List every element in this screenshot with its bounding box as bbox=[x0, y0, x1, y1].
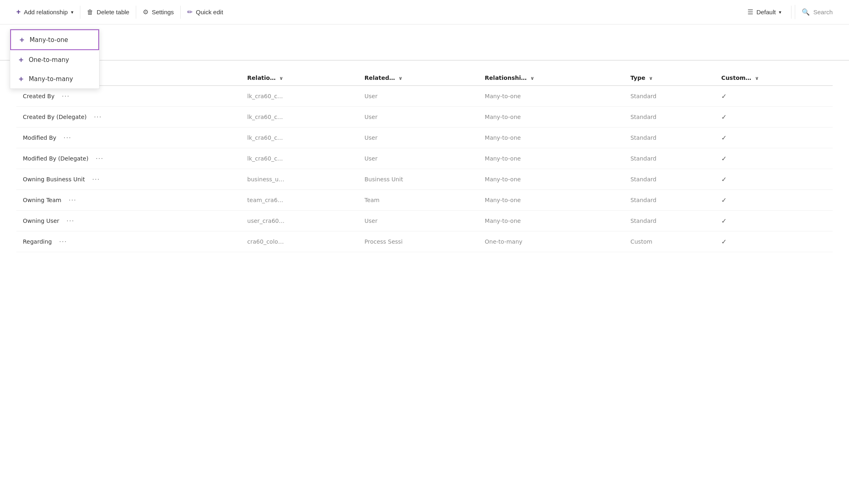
cell-display-name: Owning User··· bbox=[16, 211, 241, 231]
table-row: Modified By···lk_cra60_c…UserMany-to-one… bbox=[16, 128, 833, 148]
checkmark-icon: ✓ bbox=[721, 92, 727, 100]
display-name-value: Owning User bbox=[23, 218, 59, 224]
cell-type: Standard bbox=[624, 190, 715, 211]
col-relationship-chevron: ∨ bbox=[530, 75, 534, 81]
checkmark-icon: ✓ bbox=[721, 134, 727, 142]
relationships-table: Display name ↑ ∨ Relatio… ∨ Related… ∨ R… bbox=[16, 70, 833, 252]
cell-display-name: Owning Team··· bbox=[16, 190, 241, 210]
row-options-button[interactable]: ··· bbox=[57, 237, 69, 246]
cell-relationship: Many-to-one bbox=[478, 107, 624, 128]
many-to-many-item[interactable]: + Many-to-many bbox=[10, 69, 99, 88]
one-to-many-item[interactable]: + One-to-many bbox=[10, 50, 99, 69]
cell-display-name: Created By··· bbox=[16, 86, 241, 106]
row-options-button[interactable]: ··· bbox=[90, 175, 102, 184]
row-options-button[interactable]: ··· bbox=[60, 92, 72, 101]
cell-type: Standard bbox=[624, 169, 715, 190]
trash-icon: 🗑 bbox=[87, 9, 93, 16]
row-options-button[interactable]: ··· bbox=[64, 216, 77, 225]
many-to-one-item[interactable]: + Many-to-one bbox=[10, 29, 99, 50]
cell-related: Process Sessi bbox=[358, 231, 478, 252]
cell-relation: business_u… bbox=[241, 169, 358, 190]
add-relationship-button[interactable]: + Add relationship ▾ bbox=[10, 4, 80, 20]
cell-display-name: Created By (Delegate)··· bbox=[16, 107, 241, 127]
tab-bar: …os Views bbox=[0, 44, 849, 61]
quick-edit-label: Quick edit bbox=[196, 9, 223, 15]
delete-table-button[interactable]: 🗑 Delete table bbox=[80, 5, 136, 19]
cell-related: User bbox=[358, 148, 478, 169]
page-header: …es › Color bbox=[0, 24, 849, 43]
checkmark-icon: ✓ bbox=[721, 155, 727, 163]
cell-relationship: Many-to-one bbox=[478, 211, 624, 231]
cell-type: Standard bbox=[624, 128, 715, 148]
cell-custom: ✓ bbox=[715, 86, 833, 107]
cell-type: Standard bbox=[624, 86, 715, 107]
add-relationship-menu: + Many-to-one + One-to-many + Many-to-ma… bbox=[10, 29, 99, 89]
table-row: Modified By (Delegate)···lk_cra60_c…User… bbox=[16, 148, 833, 169]
col-related[interactable]: Related… ∨ bbox=[358, 70, 478, 86]
add-relationship-label: Add relationship bbox=[24, 9, 68, 15]
cell-custom: ✓ bbox=[715, 107, 833, 128]
col-relation-chevron: ∨ bbox=[279, 75, 283, 81]
cell-custom: ✓ bbox=[715, 211, 833, 231]
cell-related: User bbox=[358, 211, 478, 231]
col-relation-label: Relatio… bbox=[247, 75, 276, 81]
checkmark-icon: ✓ bbox=[721, 113, 727, 121]
cell-related: User bbox=[358, 86, 478, 107]
many-to-one-plus-icon: + bbox=[19, 36, 24, 44]
search-icon: 🔍 bbox=[802, 8, 810, 16]
cell-relation: team_cra6… bbox=[241, 190, 358, 211]
cell-relationship: Many-to-one bbox=[478, 86, 624, 107]
cell-related: Team bbox=[358, 190, 478, 211]
cell-relationship: One-to-many bbox=[478, 231, 624, 252]
checkmark-icon: ✓ bbox=[721, 217, 727, 225]
col-relationship[interactable]: Relationshi… ∨ bbox=[478, 70, 624, 86]
display-name-value: Created By (Delegate) bbox=[23, 114, 87, 120]
cell-display-name: Modified By··· bbox=[16, 128, 241, 148]
cell-custom: ✓ bbox=[715, 128, 833, 148]
table-row: Owning Team···team_cra6…TeamMany-to-oneS… bbox=[16, 190, 833, 211]
gear-icon: ⚙ bbox=[143, 8, 148, 16]
pencil-icon: ✏ bbox=[187, 8, 192, 16]
cell-relation: user_cra60… bbox=[241, 211, 358, 231]
settings-button[interactable]: ⚙ Settings bbox=[136, 5, 180, 19]
add-relationship-chevron: ▾ bbox=[71, 9, 73, 15]
table-row: Regarding···cra60_colo…Process SessiOne-… bbox=[16, 231, 833, 252]
cell-type: Custom bbox=[624, 231, 715, 252]
cell-relationship: Many-to-one bbox=[478, 148, 624, 169]
cell-related: User bbox=[358, 128, 478, 148]
table-row: Owning Business Unit···business_u…Busine… bbox=[16, 169, 833, 190]
row-options-button[interactable]: ··· bbox=[61, 133, 74, 142]
col-relation[interactable]: Relatio… ∨ bbox=[241, 70, 358, 86]
table-row: Created By (Delegate)···lk_cra60_c…UserM… bbox=[16, 107, 833, 128]
checkmark-icon: ✓ bbox=[721, 196, 727, 204]
relationships-table-container: Display name ↑ ∨ Relatio… ∨ Related… ∨ R… bbox=[0, 70, 849, 252]
row-options-button[interactable]: ··· bbox=[92, 112, 104, 121]
one-to-many-plus-icon: + bbox=[18, 56, 24, 64]
search-label: Search bbox=[813, 9, 833, 15]
col-related-label: Related… bbox=[365, 75, 395, 81]
search-button[interactable]: 🔍 Search bbox=[795, 5, 839, 19]
cell-type: Standard bbox=[624, 107, 715, 128]
delete-table-label: Delete table bbox=[97, 9, 129, 15]
cell-type: Standard bbox=[624, 148, 715, 169]
col-related-chevron: ∨ bbox=[398, 75, 402, 81]
cell-display-name: Modified By (Delegate)··· bbox=[16, 148, 241, 169]
row-options-button[interactable]: ··· bbox=[66, 196, 79, 205]
one-to-many-label: One-to-many bbox=[29, 56, 69, 64]
display-name-value: Modified By (Delegate) bbox=[23, 155, 88, 162]
many-to-one-label: Many-to-one bbox=[29, 36, 68, 44]
col-custom-chevron: ∨ bbox=[755, 75, 759, 81]
default-view-button[interactable]: ☰ Default ▾ bbox=[741, 5, 788, 19]
cell-custom: ✓ bbox=[715, 169, 833, 190]
display-name-value: Owning Team bbox=[23, 197, 61, 203]
col-custom[interactable]: Custom… ∨ bbox=[715, 70, 833, 86]
checkmark-icon: ✓ bbox=[721, 238, 727, 246]
row-options-button[interactable]: ··· bbox=[93, 154, 106, 163]
quick-edit-button[interactable]: ✏ Quick edit bbox=[181, 5, 230, 19]
display-name-value: Owning Business Unit bbox=[23, 176, 85, 183]
add-relationship-dropdown: + Add relationship ▾ + Many-to-one + One… bbox=[10, 4, 80, 20]
table-row: Owning User···user_cra60…UserMany-to-one… bbox=[16, 211, 833, 231]
col-type[interactable]: Type ∨ bbox=[624, 70, 715, 86]
display-name-value: Regarding bbox=[23, 238, 52, 245]
col-relationship-label: Relationshi… bbox=[485, 75, 527, 81]
